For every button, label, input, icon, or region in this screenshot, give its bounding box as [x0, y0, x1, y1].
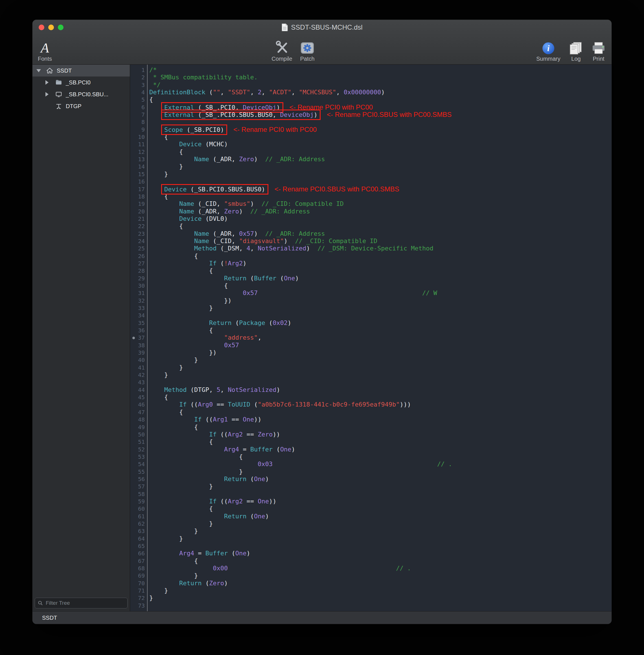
- code-line: 29 Return (Buffer (One): [130, 275, 612, 282]
- minimize-button[interactable]: [48, 25, 54, 30]
- patch-button[interactable]: Patch: [300, 35, 315, 62]
- code-token: If: [209, 260, 217, 267]
- code-token: /*: [149, 66, 157, 73]
- code-token: (: [250, 401, 258, 408]
- tree-item-dtgp[interactable]: DTGP: [32, 100, 130, 112]
- code-token: // _ADR: Address: [265, 156, 325, 163]
- code-line: 43: [130, 379, 612, 386]
- code-line: 12 {: [130, 148, 612, 156]
- filter-field[interactable]: [35, 598, 128, 608]
- code-token: // _DSM: Device-Specific Method: [318, 245, 434, 252]
- code-token: // _CID: Compatible ID: [295, 238, 377, 245]
- document-icon: [281, 23, 288, 31]
- code-line: 32 }): [130, 297, 612, 304]
- code-line: 46 If ((Arg0 == ToUUID ("a0b5b7c6-1318-4…: [130, 401, 612, 408]
- line-number: 30: [130, 282, 145, 289]
- code-token: {: [149, 438, 213, 445]
- print-button[interactable]: Print: [592, 35, 606, 62]
- code-line: 68 0x00 // .: [130, 565, 612, 572]
- code-token: Buffer: [250, 446, 273, 453]
- code-token: Package: [239, 319, 265, 326]
- code-token: }: [149, 163, 183, 170]
- code-line: 49 {: [130, 424, 612, 431]
- compile-label: Compile: [272, 55, 292, 62]
- log-button[interactable]: Log: [569, 35, 583, 62]
- disclosure-triangle[interactable]: [45, 92, 54, 96]
- code-line: 48 If ((Arg1 == One)): [130, 416, 612, 423]
- rename-annotation: <- Rename PCI0.SBUS with PC00.SMBS: [275, 185, 399, 193]
- line-number: 12: [130, 148, 145, 156]
- line-number: 51: [130, 438, 145, 446]
- code-token: "smbus": [224, 200, 250, 207]
- disclosure-triangle[interactable]: [37, 69, 45, 72]
- code-token: (_ADR,: [194, 208, 224, 215]
- code-token: DeviceObj: [280, 111, 314, 118]
- code-token: ==: [213, 401, 228, 408]
- code-token: [149, 238, 194, 245]
- code-token: ): [239, 208, 250, 215]
- fonts-label: Fonts: [38, 55, 52, 62]
- code-line: 30 {: [130, 282, 612, 289]
- code-token: Arg0: [198, 401, 213, 408]
- code-token: [149, 580, 179, 587]
- code-line: 38 0x57: [130, 342, 612, 349]
- code-line: 50 If ((Arg2 == Zero)): [130, 431, 612, 438]
- code-token: }: [149, 171, 168, 178]
- code-line: 53 {: [130, 453, 612, 460]
- line-number: 55: [130, 468, 145, 475]
- code-token: One: [258, 498, 269, 505]
- tree-item-ssdt[interactable]: SSDT: [32, 65, 130, 76]
- code-token: (_CID,: [194, 200, 224, 207]
- code-token: ,: [258, 334, 261, 341]
- code-token: (: [265, 319, 273, 326]
- code-token: NotSerialized: [228, 386, 276, 393]
- titlebar[interactable]: SSDT-SBUS-MCHC.dsl: [32, 20, 612, 35]
- filter-input[interactable]: [45, 600, 124, 606]
- code-line: 60 {: [130, 505, 612, 513]
- code-line: 36 {: [130, 326, 612, 334]
- code-token: (: [246, 475, 254, 482]
- code-line: 69 }: [130, 572, 612, 579]
- close-button[interactable]: [39, 25, 44, 30]
- code-token: {: [149, 223, 183, 229]
- line-number: 67: [130, 557, 145, 565]
- line-number: 57: [130, 483, 145, 490]
- log-icon: [569, 42, 583, 55]
- code-token: (_DSM,: [216, 245, 246, 252]
- zoom-button[interactable]: [58, 25, 64, 30]
- summary-button[interactable]: i Summary: [536, 35, 560, 62]
- line-number: 38: [130, 342, 145, 349]
- line-number: 43: [130, 379, 145, 386]
- code-token: One: [243, 416, 254, 423]
- code-line: 63 }: [130, 527, 612, 535]
- code-token: }): [149, 349, 216, 356]
- code-token: Device: [179, 141, 202, 148]
- code-token: }: [149, 572, 198, 579]
- code-token: [149, 498, 209, 505]
- tree-item--sb-pci0-sbu-[interactable]: _SB.PCI0.SBU...: [32, 88, 130, 100]
- code-token: [228, 565, 396, 572]
- compile-button[interactable]: Compile: [272, 35, 292, 62]
- code-token: [149, 289, 243, 296]
- code-token: {: [149, 96, 153, 103]
- code-editor[interactable]: 1/*2 * SMBus compatibility table.3 */4De…: [130, 65, 612, 611]
- code-token: Zero: [239, 156, 254, 163]
- code-token: "SSDT": [228, 89, 250, 96]
- code-token: [149, 401, 179, 408]
- code-line: 73: [130, 602, 612, 609]
- code-token: DefinitionBlock: [149, 89, 205, 96]
- line-number: 70: [130, 580, 145, 587]
- code-line: 27 If (!Arg2): [130, 260, 612, 267]
- code-token: }: [149, 587, 168, 594]
- fonts-button[interactable]: A Fonts: [38, 35, 52, 62]
- status-text: SSDT: [42, 615, 57, 621]
- line-number: 56: [130, 475, 145, 483]
- code-token: // _ADR: Address: [265, 230, 325, 237]
- code-line: 66 Arg4 = Buffer (One): [130, 550, 612, 557]
- code-token: Return: [224, 275, 246, 282]
- tree-item--sb-pci0[interactable]: _SB.PCI0: [32, 76, 130, 88]
- code-token: */: [149, 81, 161, 88]
- print-label: Print: [593, 55, 604, 62]
- code-token: (_ADR,: [209, 156, 239, 163]
- disclosure-triangle[interactable]: [45, 80, 54, 85]
